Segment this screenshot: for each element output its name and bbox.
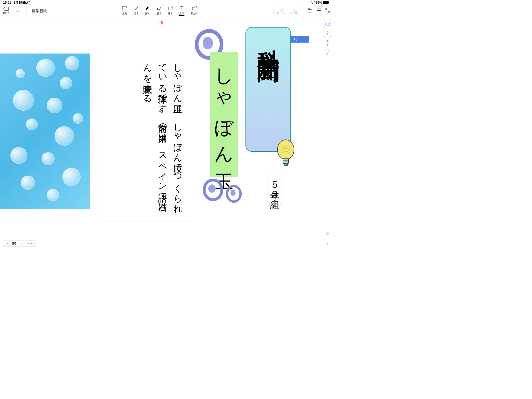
pointer-icon	[134, 6, 138, 11]
status-left: 15:01 3月19日(木)	[3, 1, 30, 5]
page-label: ページ	[27, 242, 35, 245]
svg-rect-7	[192, 7, 195, 10]
toolbar-left: 閉じる ＋ 科学新聞	[3, 7, 47, 15]
subtitle-text: しゃぼん玉	[211, 55, 236, 164]
svg-point-19	[230, 190, 236, 196]
user-1-button[interactable]: 1	[326, 39, 329, 46]
user-2-button[interactable]: 2	[326, 49, 329, 56]
toolbar: 閉じる ＋ 科学新聞 見る 指す 書く 消す 選ぶ 文字	[0, 5, 332, 17]
svg-point-20	[327, 40, 328, 42]
svg-point-0	[312, 3, 313, 3]
redo-button[interactable]: やり直し	[290, 8, 300, 15]
doc-title: 科学新聞	[32, 9, 47, 14]
status-right: 99%	[311, 1, 329, 5]
move-icon	[192, 6, 197, 11]
redo-icon	[292, 8, 297, 11]
svg-point-11	[277, 140, 294, 159]
help-button[interactable]: ?	[324, 30, 331, 37]
canvas[interactable]: ↓|| 1班 科学新聞 ５年３組１ しゃぼん玉 しゃぼん玉は、しゃぼん膜でつくら…	[0, 17, 322, 249]
circle-button[interactable]: ◯	[324, 20, 331, 27]
tool-select[interactable]: 選ぶ	[168, 6, 173, 16]
tool-point[interactable]: 指す	[134, 6, 139, 16]
class-info[interactable]: ５年３組１	[268, 173, 282, 205]
text-icon	[180, 6, 184, 11]
svg-point-4	[137, 6, 138, 8]
toolbar-right: 取り消し やり直し	[273, 7, 330, 15]
tool-move[interactable]: 動かす	[191, 6, 198, 16]
battery-text: 99%	[316, 1, 322, 4]
eraser-icon	[157, 6, 161, 11]
menu-icon[interactable]	[316, 8, 322, 14]
users-icon[interactable]	[307, 8, 313, 14]
svg-point-21	[327, 49, 328, 51]
close-button[interactable]: 閉じる	[3, 7, 10, 15]
tool-view[interactable]: 見る	[122, 6, 127, 16]
right-panel: ◯ ? 1 2 ⟳ ‹	[322, 17, 332, 249]
page-current: 5/5	[12, 242, 17, 245]
toolbar-tools: 見る 指す 書く 消す 選ぶ 文字 動かす	[122, 6, 198, 16]
add-button[interactable]: ＋	[13, 7, 23, 15]
status-date: 3月19日(木)	[14, 1, 30, 4]
svg-rect-1	[323, 1, 329, 4]
divider	[273, 7, 274, 15]
undo-icon	[279, 8, 284, 11]
status-bar: 15:01 3月19日(木) 99%	[0, 0, 332, 5]
body-text-box[interactable]: しゃぼん玉は、しゃぼん膜でつくられている球体です。名前の由来は、スペイン語で石け…	[103, 53, 191, 222]
lightbulb-icon[interactable]	[274, 138, 297, 169]
page-next[interactable]: ›	[19, 242, 23, 245]
page-prev[interactable]: ‹	[5, 242, 10, 245]
svg-rect-12	[283, 159, 289, 163]
tool-erase[interactable]: 消す	[156, 6, 162, 16]
undo-button[interactable]: 取り消し	[277, 8, 287, 15]
tool-text[interactable]: 文字	[179, 6, 184, 16]
title-text: 科学新聞	[254, 33, 283, 47]
subtitle-box[interactable]: しゃぼん玉	[210, 52, 238, 177]
expand-icon[interactable]	[325, 8, 330, 14]
bubble-image[interactable]	[0, 54, 90, 209]
svg-rect-13	[284, 163, 288, 165]
folder-back-icon	[3, 7, 9, 12]
user-outline-icon	[326, 49, 329, 53]
collapse-button[interactable]: ‹	[327, 241, 328, 245]
refresh-button[interactable]: ⟳	[325, 231, 329, 236]
svg-rect-3	[122, 6, 127, 10]
body-text: しゃぼん玉は、しゃぼん膜でつくられている球体です。名前の由来は、スペイン語で石け…	[140, 58, 185, 217]
direction-marker[interactable]: ↓||	[158, 19, 164, 25]
wifi-icon	[311, 1, 315, 5]
svg-rect-8	[194, 6, 197, 9]
svg-point-9	[308, 8, 310, 10]
svg-rect-2	[329, 2, 329, 3]
tool-write[interactable]: 書く	[145, 6, 150, 16]
view-icon	[122, 6, 127, 11]
battery-icon	[323, 1, 329, 5]
bubble-decoration-bottom[interactable]	[200, 176, 247, 209]
status-time: 15:01	[3, 1, 11, 4]
svg-point-6	[171, 6, 173, 8]
svg-point-17	[208, 184, 216, 193]
select-icon	[168, 6, 173, 11]
close-label: 閉じる	[3, 12, 10, 15]
user-icon	[326, 39, 329, 44]
title-box[interactable]: 科学新聞	[245, 27, 291, 152]
divider	[26, 7, 26, 15]
pen-icon	[145, 6, 150, 11]
pager: ‹ 5/5 › ページ	[3, 241, 37, 247]
svg-point-15	[203, 37, 213, 49]
svg-point-10	[310, 9, 312, 11]
divider	[303, 7, 303, 15]
